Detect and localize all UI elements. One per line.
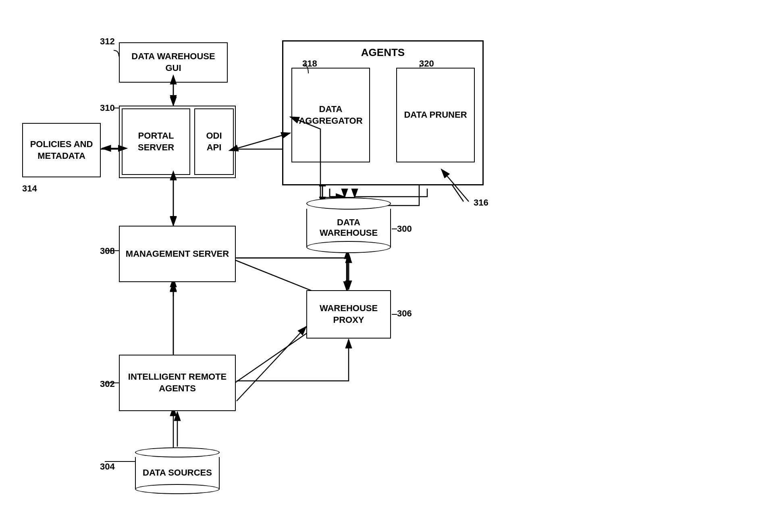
data-aggregator-box: DATA AGGREGATOR bbox=[291, 68, 370, 162]
agents-label: AGENTS bbox=[361, 46, 405, 59]
ref-300: 300 bbox=[397, 224, 412, 234]
warehouse-proxy-box: WAREHOUSE PROXY bbox=[306, 290, 391, 339]
ref-320: 320 bbox=[419, 58, 434, 69]
ref-318: 318 bbox=[302, 58, 317, 69]
ref-310: 310 bbox=[100, 103, 115, 113]
intelligent-remote-agents-box: INTELLIGENT REMOTE AGENTS bbox=[119, 355, 236, 411]
portal-server-box: PORTAL SERVER bbox=[122, 108, 190, 175]
ref-312: 312 bbox=[100, 36, 115, 47]
management-server-box: MANAGEMENT SERVER bbox=[119, 226, 236, 282]
policies-metadata-box: POLICIES AND METADATA bbox=[22, 123, 101, 177]
data-sources-cylinder: DATA SOURCES bbox=[135, 447, 220, 494]
diagram-container: 312 DATA WAREHOUSE GUI 310 PORTAL SERVER… bbox=[0, 0, 767, 532]
ref-302: 302 bbox=[100, 379, 115, 389]
portal-server-group: PORTAL SERVER ODI API bbox=[119, 106, 236, 178]
data-pruner-box: DATA PRUNER bbox=[396, 68, 475, 162]
ref-308: 308 bbox=[100, 246, 115, 256]
ref-316: 316 bbox=[474, 197, 488, 208]
ref-306: 306 bbox=[397, 308, 412, 319]
ref-314: 314 bbox=[22, 183, 37, 194]
data-warehouse-cylinder: DATA WAREHOUSE bbox=[306, 197, 391, 253]
odi-api-box: ODI API bbox=[194, 108, 234, 175]
data-warehouse-gui-box: DATA WAREHOUSE GUI bbox=[119, 42, 228, 83]
ref-304: 304 bbox=[100, 461, 115, 472]
